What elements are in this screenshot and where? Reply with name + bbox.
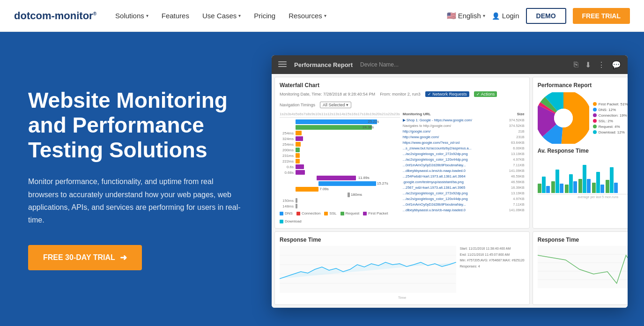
bar [538,184,541,193]
bar [592,183,596,193]
bar [546,186,550,193]
bar [610,167,614,193]
chevron-down-icon: ▾ [238,13,241,18]
trial-cta-button[interactable]: FREE 30-DAY TRIAL ➜ [28,245,142,270]
nav-language[interactable]: 🇺🇸 English ▾ [447,11,485,20]
hero-description: Monitor performance, functionality, and … [28,175,244,226]
response-line-chart-right [538,246,628,288]
list-item: http://google.com/ 21B [403,129,525,133]
arrow-icon: ➜ [120,252,127,263]
bar [587,179,591,193]
list-item: .../ac2s/googleloogs_color_272x92dp.png … [403,191,525,195]
response-time-panel-right: Response Time [533,231,628,305]
bar-group [538,177,550,193]
table-row: 254ms [280,142,400,147]
bar-group [551,170,563,193]
hero-left: Website Monitoring and Performance Testi… [28,88,272,270]
chevron-down-icon: ▾ [146,13,148,18]
list-item: http://www.google.com/ 231B [403,135,525,139]
list-item: .../ac2s/googleloogs_color_120x44dp.png … [403,197,525,201]
response-title: Response Time [280,237,525,243]
hero-title: Website Monitoring and Performance Testi… [28,88,272,163]
response-line-chart [280,246,456,293]
bar [551,181,555,193]
waterfall-rows: 25.22s 24.38s [280,119,400,208]
more-icon: ⋮ [598,60,605,69]
performance-report-panel: Performance Report [533,77,628,229]
table-row: 148ms [280,204,400,208]
monitoring-url-header: Monitoring URL [403,112,431,116]
table-row: 180ms [280,193,400,197]
av-response-bar-chart [538,157,628,194]
size-header: Size [517,112,525,116]
table-row: 222ms [280,159,400,163]
table-row: 254ms [280,131,400,135]
chat-icon: 💬 [612,60,621,69]
list-item: ...dlbeybbyaassl.u.bns/cb-naap.loaded.0 … [403,208,525,212]
hero-section: Website Monitoring and Performance Testi… [0,32,644,326]
bar-group [565,174,577,193]
waterfall-chart: 1s 2s 3s 4s 5s 6s 7s 8s 9s 10s 11s [280,112,400,223]
menu-icon [278,61,287,68]
free-trial-button[interactable]: FREE TRIAL [573,8,630,24]
svg-point-6 [554,109,573,127]
dashboard-actions: ⎘ ⬇ ⋮ 💬 [574,60,621,69]
list-item: ▶ Shop 1: Google - https://www.google.co… [403,118,525,122]
waterfall-title: Waterfall Chart [280,82,525,89]
waterfall-info: Monitoring URL Size ▶ Shop 1: Google - h… [403,112,525,223]
response-title-right: Response Time [538,237,628,243]
list-item: ...s_z/www.but.hz/accounts/by2/aspmius.a… [403,146,525,150]
table-row: 0.6s [280,164,400,169]
table-row: 324ms [280,136,400,141]
av-response-title: Av. Response Time [538,148,628,154]
table-row: 7.09s [280,187,400,192]
bar-group [578,165,591,193]
bar [578,179,582,193]
bar [596,172,600,193]
download-icon: ⬇ [585,60,591,69]
logo: dotcom-monitor® [14,10,96,22]
svg-rect-12 [538,246,628,288]
bar [555,170,559,193]
list-item: https://www.google.com/?ess_zd=zd 63.64K… [403,141,525,145]
dashboard-device: Device Name... [360,61,399,68]
nav-right: 🇺🇸 English ▾ 👤 Login DEMO FREE TRIAL [447,8,630,24]
timeline-ruler: 1s 2s 3s 4s 5s 6s 7s 8s 9s 10s 11s [280,112,400,118]
login-button[interactable]: 👤 Login [492,12,519,20]
pie-chart [538,92,589,144]
share-icon: ⎘ [574,60,578,69]
bar [614,183,618,193]
nav-use-cases[interactable]: Use Cases ▾ [202,12,241,20]
table-row: 24.38s [280,125,400,130]
bar-group [606,167,618,193]
nav-solutions[interactable]: Solutions ▾ [115,12,148,20]
pie-chart-area: First Packet: 51% DNS: 12% Connection: 1… [538,92,628,144]
list-item: .google.com/testmyup/assistant/ba.png 46… [403,180,525,184]
bars-legend: DNS Connection SSL [280,211,400,223]
list-item: ...dlbeybbyaassl.u.bns/cb-naap.loaded.0 … [403,169,525,173]
chevron-down-icon: ▾ [324,13,326,18]
list-item: ...0nf1mAmOy0yD2d28b9FboubnaNay... 7.11K… [403,163,525,167]
perf-report-title: Performance Report [538,82,628,89]
nav-pricing[interactable]: Pricing [254,12,275,20]
demo-button[interactable]: DEMO [526,8,566,24]
nav-resources[interactable]: Resources ▾ [289,12,326,20]
hero-right: Performance Report Device Name... ⎘ ⬇ ⋮ … [272,51,628,308]
response-time-panel-left: Response Time [274,231,530,305]
table-row: 15.27s [280,181,400,186]
bar [560,184,563,193]
bar [573,181,577,193]
waterfall-main: 1s 2s 3s 4s 5s 6s 7s 8s 9s 10s 11s [280,112,525,223]
nav-features[interactable]: Features [162,12,189,20]
table-row: 150ms [280,198,400,203]
bar [606,180,609,193]
bar [565,185,569,193]
dashboard-topbar: Performance Report Device Name... ⎘ ⬇ ⋮ … [272,55,628,74]
bar-group [592,172,604,193]
dashboard-title: Performance Report [294,61,353,68]
dashboard-body: Waterfall Chart Monitoring Date, Time: 7… [272,74,628,308]
list-item: .../ac2s/googleloogs_color_120x44dp.png … [403,157,525,162]
list-item: ...254Fwb&t=kart.1973.alt.1381.art.3964 … [403,174,525,178]
table-row: 200ms [280,148,400,152]
flag-icon: 🇺🇸 [447,11,456,20]
